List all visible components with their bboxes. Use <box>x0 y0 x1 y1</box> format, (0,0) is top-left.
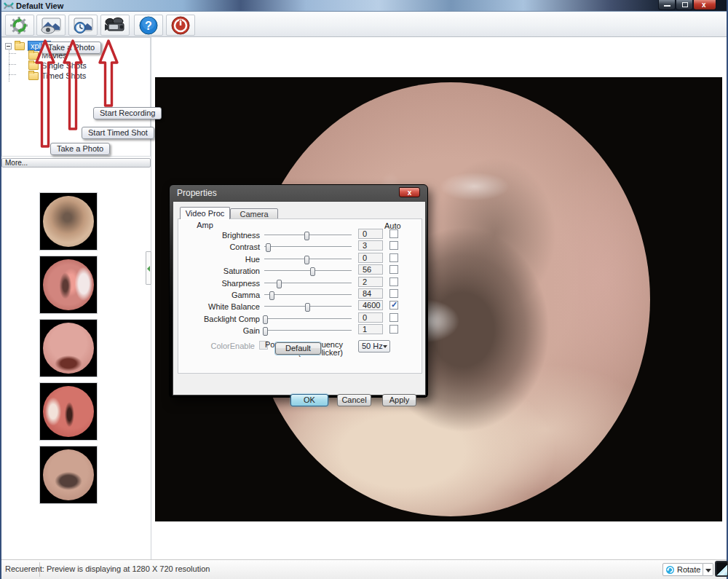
annotation-arrow-timed-shot <box>62 39 84 132</box>
thumbnail-larynx[interactable] <box>39 319 98 377</box>
slider-label: Backlight Comp <box>204 315 260 323</box>
minimize-button[interactable] <box>658 0 676 10</box>
apply-button[interactable]: Apply <box>382 394 416 406</box>
camera-photo-icon <box>40 17 62 34</box>
slider-label: Contrast <box>229 243 260 251</box>
thumbnail-ear-canal[interactable] <box>39 192 98 251</box>
slider-row-contrast: Contrast 3 <box>178 241 423 253</box>
properties-dialog: Properties x Video Proc Amp Camera Contr… <box>169 184 428 398</box>
settings-refresh-icon <box>9 17 30 34</box>
backlight-comp-value-field[interactable]: 0 <box>358 312 383 323</box>
thumbnail-nasal-passage[interactable] <box>39 256 98 314</box>
gamma-auto-checkbox[interactable] <box>389 289 398 298</box>
slider-thumb[interactable] <box>263 327 268 336</box>
thumbnail-nasal-cavity[interactable] <box>39 382 98 441</box>
tab-camera-control[interactable]: Camera Control <box>230 208 278 219</box>
contrast-slider[interactable] <box>264 246 352 248</box>
saturation-slider[interactable] <box>264 270 352 272</box>
rotate-dropdown-button[interactable] <box>703 563 713 576</box>
dialog-title: Properties <box>177 188 217 198</box>
annotation-arrow-take-photo <box>34 39 56 149</box>
brightness-auto-checkbox[interactable] <box>389 229 398 238</box>
cancel-button[interactable]: Cancel <box>337 394 371 406</box>
endoscopy-image <box>43 323 94 374</box>
slider-label: Brightness <box>222 231 260 240</box>
hue-auto-checkbox[interactable] <box>389 253 398 262</box>
clock-photo-icon <box>72 17 94 34</box>
ok-button[interactable]: OK <box>290 394 328 406</box>
white-balance-slider[interactable] <box>264 306 352 308</box>
slider-row-white-balance: White Balance 4600 <box>178 301 423 312</box>
slider-thumb[interactable] <box>277 280 282 288</box>
powerline-frequency-dropdown[interactable]: 50 Hz <box>358 340 390 352</box>
white-balance-auto-checkbox[interactable] <box>389 301 398 310</box>
slider-thumb[interactable] <box>263 315 268 324</box>
slider-row-backlight-comp: Backlight Comp 0 <box>178 313 423 325</box>
slider-row-sharpness: Sharpness 2 <box>178 277 423 289</box>
status-separator <box>39 562 40 577</box>
gain-auto-checkbox[interactable] <box>389 325 398 334</box>
help-button[interactable]: ? <box>134 15 163 36</box>
slider-thumb[interactable] <box>266 243 271 252</box>
dialog-close-button[interactable]: x <box>399 187 420 197</box>
slider-thumb[interactable] <box>269 291 274 300</box>
power-button[interactable] <box>166 15 195 36</box>
brightness-value-field[interactable]: 0 <box>358 229 383 239</box>
gamma-slider[interactable] <box>264 294 352 296</box>
collapse-icon[interactable] <box>5 43 12 50</box>
slider-label: White Balance <box>208 302 260 311</box>
power-icon <box>171 16 190 35</box>
close-icon: x <box>702 1 706 9</box>
sharpness-value-field[interactable]: 2 <box>358 277 383 287</box>
saturation-value-field[interactable]: 56 <box>358 264 383 275</box>
white-balance-value-field[interactable]: 4600 <box>358 300 383 310</box>
settings-button[interactable] <box>5 15 34 36</box>
tree-connector <box>9 53 16 54</box>
gain-slider[interactable] <box>264 330 352 332</box>
gain-value-field[interactable]: 1 <box>358 324 383 334</box>
close-button[interactable]: x <box>693 0 716 10</box>
status-message: Preview is displaying at 1280 X 720 reso… <box>47 564 210 573</box>
toolbar: ? <box>1 12 727 37</box>
tooltip-start-recording: Start Recording <box>93 107 162 119</box>
gamma-value-field[interactable]: 84 <box>358 288 383 299</box>
slider-thumb[interactable] <box>304 256 309 264</box>
slider-thumb[interactable] <box>305 303 310 312</box>
slider-label: Sharpness <box>221 279 260 288</box>
backlight-comp-slider[interactable] <box>264 318 352 320</box>
more-button[interactable]: More... <box>1 158 151 168</box>
color-enable-label: ColorEnable <box>210 342 255 350</box>
title-bar: Default View x <box>1 0 727 12</box>
tab-video-proc-amp[interactable]: Video Proc Amp <box>180 207 230 219</box>
backlight-comp-auto-checkbox[interactable] <box>389 313 398 322</box>
window-title: Default View <box>16 1 63 10</box>
record-video-button[interactable] <box>100 15 130 36</box>
default-button[interactable]: Default <box>275 342 321 355</box>
sharpness-slider[interactable] <box>264 283 352 285</box>
slider-label: Gain <box>243 326 260 335</box>
contrast-auto-checkbox[interactable] <box>389 241 398 250</box>
restore-button[interactable] <box>676 0 693 10</box>
tree-connector <box>9 64 16 65</box>
slider-thumb[interactable] <box>310 267 315 276</box>
tree-connector <box>9 74 16 75</box>
thumbnail-throat-uvula[interactable] <box>39 446 98 504</box>
status-left-label: Recuerent: <box>5 564 44 573</box>
endoscopy-image <box>43 196 94 247</box>
saturation-auto-checkbox[interactable] <box>389 265 398 274</box>
slider-thumb[interactable] <box>304 232 309 240</box>
panel-collapse-handle[interactable] <box>146 251 151 285</box>
rotate-button[interactable]: Rotate <box>662 563 703 576</box>
help-question-icon: ? <box>139 16 158 35</box>
brightness-slider[interactable] <box>264 235 352 237</box>
take-photo-button[interactable] <box>36 15 66 36</box>
timed-shot-button[interactable] <box>68 15 98 36</box>
app-icon <box>4 1 14 10</box>
thumbnail-list <box>39 192 98 509</box>
dialog-body: Video Proc Amp Camera Control Auto Brigh… <box>173 201 426 395</box>
fullscreen-monitor-button[interactable] <box>715 561 728 577</box>
hue-value-field[interactable]: 0 <box>358 253 383 263</box>
hue-slider[interactable] <box>264 259 352 261</box>
contrast-value-field[interactable]: 3 <box>358 240 383 251</box>
sharpness-auto-checkbox[interactable] <box>389 277 398 286</box>
